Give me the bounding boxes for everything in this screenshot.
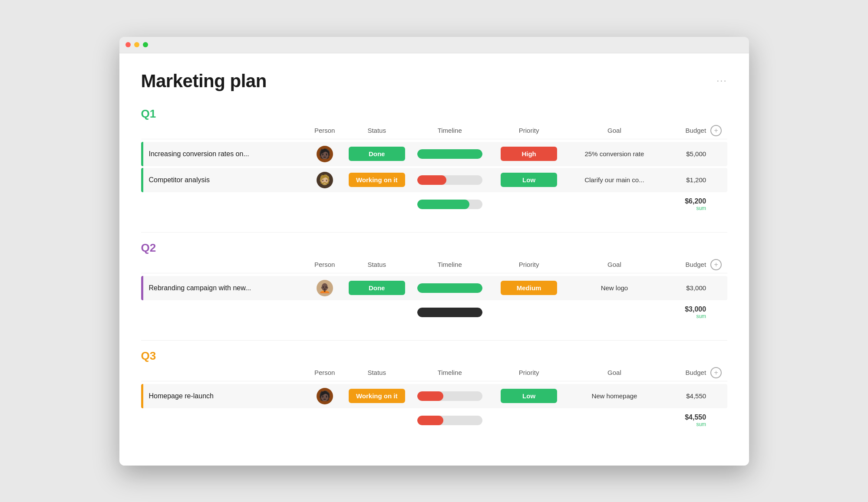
status-badge: Working on it: [349, 389, 405, 403]
page-header: Marketing plan ···: [141, 71, 727, 92]
col-header-timeline: Timeline: [410, 127, 489, 134]
row-accent: [141, 168, 143, 192]
task-name: Competitor analysis: [141, 176, 306, 184]
status-badge: Working on it: [349, 173, 405, 187]
priority-badge: Low: [501, 173, 557, 187]
main-content: Marketing plan ··· Q1 Person Status Time…: [119, 53, 749, 466]
col-header-person: Person: [306, 127, 343, 134]
avatar: 🧑🏿: [306, 388, 343, 404]
app-window: Marketing plan ··· Q1 Person Status Time…: [119, 37, 749, 466]
sum-label: sum: [660, 421, 706, 427]
sections-container: Q1 Person Status Timeline Priority Goal …: [141, 107, 727, 431]
sum-budget-cell: $6,200 sum: [660, 197, 711, 211]
avatar-image: 🧑🏿‍🦲: [317, 280, 333, 296]
status-cell: Working on it: [343, 389, 410, 403]
sum-timeline-cell: [410, 308, 489, 317]
timeline-cell: [410, 391, 489, 401]
col-header-priority: Priority: [489, 369, 568, 376]
section-divider: [141, 232, 727, 233]
section-q1: Q1 Person Status Timeline Priority Goal …: [141, 107, 727, 215]
col-header-budget: Budget: [660, 127, 711, 134]
col-header-goal: Goal: [568, 261, 660, 268]
col-header-status: Status: [343, 261, 410, 268]
table-row[interactable]: Homepage re-launch 🧑🏿 Working on it Low …: [141, 384, 727, 408]
col-header-person: Person: [306, 261, 343, 268]
timeline-cell: [410, 175, 489, 185]
row-accent: [141, 276, 143, 300]
sum-row: $4,550 sum: [141, 410, 727, 431]
priority-cell: High: [489, 147, 568, 161]
page-title: Marketing plan: [141, 71, 267, 92]
priority-badge: Medium: [501, 281, 557, 295]
table-row[interactable]: Increasing conversion rates on... 🧑🏿 Don…: [141, 142, 727, 166]
sum-bar-fill: [417, 308, 482, 317]
row-accent: [141, 384, 143, 408]
status-badge: Done: [349, 147, 405, 161]
col-header-add: +: [710, 125, 727, 136]
col-headers-q3: Person Status Timeline Priority Goal Bud…: [141, 365, 727, 381]
col-header-add: +: [710, 259, 727, 270]
sum-row: $3,000 sum: [141, 302, 727, 323]
timeline-cell: [410, 283, 489, 293]
timeline-bar: [417, 391, 482, 401]
status-cell: Done: [343, 281, 410, 295]
priority-badge: Low: [501, 389, 557, 403]
timeline-bar-fill: [417, 149, 482, 159]
sum-label: sum: [660, 313, 706, 319]
col-header-status: Status: [343, 369, 410, 376]
budget-cell: $1,200: [660, 176, 711, 184]
maximize-button[interactable]: [143, 42, 148, 47]
section-divider: [141, 340, 727, 341]
section-title-q1: Q1: [141, 107, 306, 121]
close-button[interactable]: [125, 42, 131, 47]
goal-cell: 25% conversion rate: [568, 150, 660, 157]
section-title-row-q3: Q3: [141, 349, 727, 363]
task-name: Homepage re-launch: [141, 392, 306, 400]
priority-cell: Low: [489, 173, 568, 187]
timeline-bar-fill: [417, 175, 447, 185]
sum-bar-fill: [417, 416, 443, 425]
budget-cell: $4,550: [660, 392, 711, 400]
priority-cell: Low: [489, 389, 568, 403]
col-headers-q1: Person Status Timeline Priority Goal Bud…: [141, 123, 727, 139]
col-header-add: +: [710, 367, 727, 378]
section-q3: Q3 Person Status Timeline Priority Goal …: [141, 349, 727, 431]
section-q2: Q2 Person Status Timeline Priority Goal …: [141, 241, 727, 323]
col-header-timeline: Timeline: [410, 261, 489, 268]
section-title-row-q1: Q1: [141, 107, 727, 121]
more-options-button[interactable]: ···: [716, 75, 727, 86]
col-header-budget: Budget: [660, 369, 711, 376]
col-header-budget: Budget: [660, 261, 711, 268]
sum-timeline-cell: [410, 416, 489, 425]
col-header-timeline: Timeline: [410, 369, 489, 376]
sum-amount: $3,000: [660, 305, 706, 313]
avatar-image: 🧔🏼: [317, 172, 333, 188]
add-column-button[interactable]: +: [710, 259, 722, 270]
sum-budget-cell: $3,000 sum: [660, 305, 711, 319]
table-row[interactable]: Competitor analysis 🧔🏼 Working on it Low…: [141, 168, 727, 192]
timeline-bar: [417, 283, 482, 293]
add-column-button[interactable]: +: [710, 125, 722, 136]
timeline-bar: [417, 149, 482, 159]
section-title-q3: Q3: [141, 349, 306, 363]
goal-cell: Clarify our main co...: [568, 176, 660, 184]
table-row[interactable]: Rebranding campaign with new... 🧑🏿‍🦲 Don…: [141, 276, 727, 300]
sum-timeline-bar: [417, 308, 482, 317]
timeline-bar-fill: [417, 391, 443, 401]
col-headers-q2: Person Status Timeline Priority Goal Bud…: [141, 257, 727, 273]
timeline-bar-fill: [417, 283, 482, 293]
timeline-cell: [410, 149, 489, 159]
priority-cell: Medium: [489, 281, 568, 295]
budget-cell: $3,000: [660, 284, 711, 292]
avatar: 🧔🏼: [306, 172, 343, 188]
minimize-button[interactable]: [134, 42, 139, 47]
add-column-button[interactable]: +: [710, 367, 722, 378]
status-cell: Done: [343, 147, 410, 161]
col-header-priority: Priority: [489, 261, 568, 268]
avatar: 🧑🏿: [306, 146, 343, 162]
col-header-goal: Goal: [568, 127, 660, 134]
sum-row: $6,200 sum: [141, 194, 727, 215]
sum-amount: $6,200: [660, 197, 706, 205]
priority-badge: High: [501, 147, 557, 161]
goal-cell: New logo: [568, 284, 660, 292]
